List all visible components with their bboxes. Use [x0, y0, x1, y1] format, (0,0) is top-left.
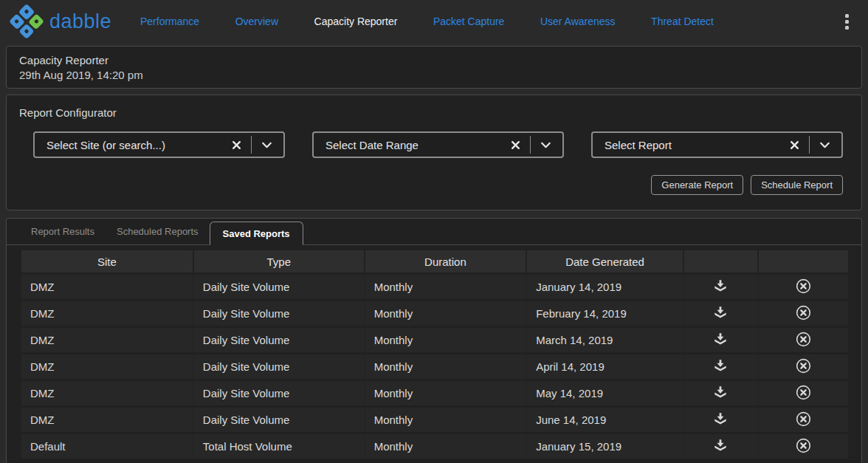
cell-site: DMZ: [21, 301, 193, 326]
page-title: Capacity Reporter: [19, 53, 849, 68]
cell-type: Daily Site Volume: [193, 301, 364, 326]
cell-site: DMZ: [21, 275, 193, 299]
top-navbar: dabble Performance Overview Capacity Rep…: [0, 0, 868, 43]
table-row: DMZ Daily Site Volume Monthly February 1…: [21, 301, 848, 326]
delete-x-circle-icon: [795, 357, 812, 377]
cell-site: DMZ: [21, 408, 193, 432]
date-range-select[interactable]: Select Date Range: [312, 131, 564, 158]
tab-saved-reports[interactable]: Saved Reports: [210, 222, 303, 245]
cell-date-generated: February 14, 2019: [526, 301, 683, 326]
delete-report-button[interactable]: [757, 434, 848, 459]
report-select[interactable]: Select Report: [591, 131, 843, 158]
download-icon: [712, 278, 728, 296]
saved-reports-table: Site Type Duration Date Generated DMZ Da…: [21, 250, 848, 459]
configurator-buttons: Generate Report Schedule Report: [18, 175, 850, 195]
report-select-placeholder: Select Report: [604, 139, 785, 151]
column-header-duration: Duration: [364, 250, 526, 272]
table-row: Default Total Host Volume Monthly Januar…: [21, 434, 848, 459]
delete-x-circle-icon: [795, 437, 812, 456]
cell-type: Daily Site Volume: [193, 381, 364, 405]
delete-x-circle-icon: [795, 278, 812, 297]
download-report-button[interactable]: [683, 381, 757, 405]
cell-duration: Monthly: [364, 408, 526, 432]
cell-date-generated: March 14, 2019: [526, 328, 683, 352]
table-body: DMZ Daily Site Volume Monthly January 14…: [21, 275, 848, 459]
date-range-placeholder: Select Date Range: [326, 139, 506, 151]
cell-site: DMZ: [21, 381, 193, 405]
cell-duration: Monthly: [364, 434, 526, 459]
column-header-date-generated: Date Generated: [526, 250, 683, 272]
download-icon: [712, 437, 728, 456]
nav-item-packet-capture[interactable]: Packet Capture: [433, 16, 505, 27]
page-timestamp: 29th Aug 2019, 14:20 pm: [19, 68, 849, 83]
configurator-title: Report Configurator: [19, 106, 850, 119]
delete-x-circle-icon: [795, 411, 812, 430]
delete-report-button[interactable]: [757, 354, 848, 379]
site-select-chevron-down-icon[interactable]: [252, 136, 278, 154]
tab-report-results[interactable]: Report Results: [20, 219, 106, 244]
nav-item-overview[interactable]: Overview: [235, 16, 278, 27]
report-select-clear-icon[interactable]: [785, 137, 809, 153]
cell-date-generated: January 15, 2019: [526, 434, 683, 459]
brand-logo[interactable]: dabble: [10, 5, 121, 38]
tab-scheduled-reports[interactable]: Scheduled Reports: [106, 219, 210, 244]
cell-date-generated: May 14, 2019: [526, 381, 683, 405]
cell-date-generated: January 14, 2019: [526, 275, 683, 299]
delete-report-button[interactable]: [757, 275, 848, 299]
nav-menu: Performance Overview Capacity Reporter P…: [140, 16, 714, 27]
column-header-site: Site: [21, 250, 193, 272]
cell-site: Default: [21, 434, 193, 459]
download-icon: [712, 304, 728, 323]
date-range-chevron-down-icon[interactable]: [531, 136, 557, 154]
report-configurator-panel: Report Configurator Select Site (or sear…: [6, 95, 862, 210]
download-report-button[interactable]: [683, 354, 757, 379]
delete-report-button[interactable]: [757, 328, 848, 352]
delete-report-button[interactable]: [757, 408, 848, 432]
cell-duration: Monthly: [364, 354, 526, 379]
cell-site: DMZ: [21, 328, 193, 352]
report-select-chevron-down-icon[interactable]: [810, 136, 836, 154]
nav-item-performance[interactable]: Performance: [140, 16, 199, 27]
generate-report-button[interactable]: Generate Report: [651, 175, 743, 195]
column-header-download: [683, 250, 757, 272]
download-icon: [712, 384, 728, 402]
download-report-button[interactable]: [683, 434, 757, 459]
site-select-placeholder: Select Site (or search...): [46, 139, 227, 151]
schedule-report-button[interactable]: Schedule Report: [751, 175, 843, 195]
results-tabstrip: Report Results Scheduled Reports Saved R…: [7, 219, 861, 245]
nav-item-capacity-reporter[interactable]: Capacity Reporter: [314, 16, 398, 27]
site-select-clear-icon[interactable]: [227, 137, 251, 153]
delete-x-circle-icon: [795, 331, 812, 350]
table-row: DMZ Daily Site Volume Monthly January 14…: [21, 275, 848, 299]
table-row: DMZ Daily Site Volume Monthly April 14, …: [21, 354, 848, 379]
dabble-logo-icon: [10, 5, 43, 38]
site-select[interactable]: Select Site (or search...): [33, 131, 285, 158]
download-report-button[interactable]: [683, 301, 757, 326]
delete-report-button[interactable]: [757, 301, 848, 326]
cell-duration: Monthly: [364, 275, 526, 299]
configurator-selects: Select Site (or search...) Select Date R…: [18, 131, 850, 158]
delete-report-button[interactable]: [757, 381, 848, 405]
page-header-panel: Capacity Reporter 29th Aug 2019, 14:20 p…: [6, 46, 862, 89]
delete-x-circle-icon: [795, 384, 812, 403]
table-row: DMZ Daily Site Volume Monthly June 14, 2…: [21, 408, 848, 432]
cell-duration: Monthly: [364, 328, 526, 352]
cell-type: Daily Site Volume: [193, 354, 364, 379]
cell-site: DMZ: [21, 354, 193, 379]
column-header-delete: [757, 250, 848, 272]
nav-item-user-awareness[interactable]: User Awareness: [540, 16, 616, 27]
cell-type: Daily Site Volume: [193, 328, 364, 352]
download-icon: [712, 411, 728, 429]
cell-date-generated: June 14, 2019: [526, 408, 683, 432]
download-report-button[interactable]: [683, 408, 757, 432]
cell-type: Daily Site Volume: [193, 275, 364, 299]
download-icon: [712, 357, 728, 376]
nav-item-threat-detect[interactable]: Threat Detect: [651, 16, 714, 27]
download-report-button[interactable]: [683, 275, 757, 299]
download-icon: [712, 331, 728, 349]
date-range-clear-icon[interactable]: [506, 137, 530, 153]
kebab-menu-icon[interactable]: [839, 10, 855, 34]
table-row: DMZ Daily Site Volume Monthly May 14, 20…: [21, 381, 848, 405]
table-row: DMZ Daily Site Volume Monthly March 14, …: [21, 328, 848, 352]
download-report-button[interactable]: [683, 328, 757, 352]
